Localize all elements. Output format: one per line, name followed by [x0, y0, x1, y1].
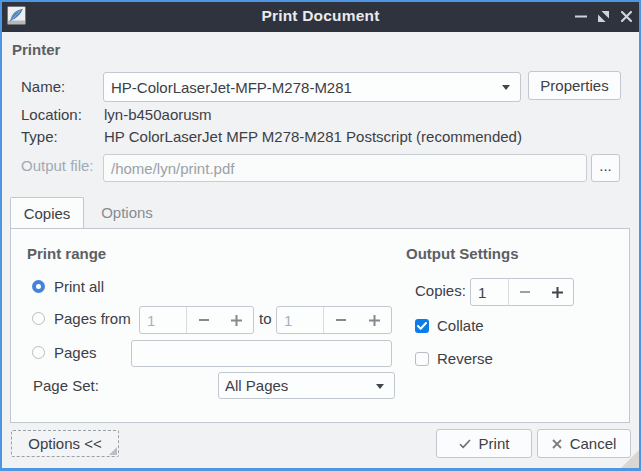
plus-icon: [369, 315, 380, 326]
pages-label[interactable]: Pages: [54, 344, 97, 361]
print-all-label[interactable]: Print all: [54, 278, 104, 295]
copies-tab-panel: Print range Print all Pages from 1 to 1 …: [10, 228, 630, 423]
copies-label: Copies:: [415, 282, 466, 299]
cross-icon: [552, 439, 562, 449]
printer-name-combobox[interactable]: HP-ColorLaserJet-MFP-M278-M281: [103, 72, 521, 102]
printer-type-value: HP ColorLaserJet MFP M278-M281 Postscrip…: [104, 128, 522, 145]
properties-button[interactable]: Properties: [528, 71, 621, 100]
plus-icon: [231, 315, 242, 326]
print-button[interactable]: Print: [436, 429, 532, 458]
menu-indicator-icon: [109, 447, 117, 455]
page-set-value: All Pages: [219, 373, 394, 398]
copies-spinbox: 1: [470, 278, 574, 306]
copies-decrement-button[interactable]: [509, 279, 541, 305]
check-icon: [459, 439, 471, 449]
pages-from-radio[interactable]: [32, 312, 45, 325]
output-settings-heading: Output Settings: [406, 245, 519, 262]
collate-label[interactable]: Collate: [437, 317, 484, 334]
printer-name-value: HP-ColorLaserJet-MFP-M278-M281: [104, 73, 520, 101]
close-button[interactable]: [615, 2, 638, 30]
tab-options[interactable]: Options: [84, 197, 170, 228]
minus-icon: [520, 291, 530, 293]
to-label: to: [259, 310, 272, 327]
print-range-heading: Print range: [27, 245, 106, 262]
reverse-label[interactable]: Reverse: [437, 350, 493, 367]
page-set-dropdown-icon: [376, 384, 384, 389]
page-set-combobox[interactable]: All Pages: [218, 372, 395, 399]
minimize-button[interactable]: [569, 2, 592, 30]
output-file-input[interactable]: /home/lyn/print.pdf: [103, 154, 587, 182]
dialog-body: Printer Name: HP-ColorLaserJet-MFP-M278-…: [2, 32, 639, 468]
pages-from-label[interactable]: Pages from: [54, 310, 131, 327]
tab-copies[interactable]: Copies: [10, 197, 84, 228]
copies-value[interactable]: 1: [471, 279, 509, 305]
printer-location-label: Location:: [21, 106, 82, 123]
pages-from-spinbox: 1: [139, 306, 254, 334]
resize-grip[interactable]: [621, 450, 639, 468]
minus-icon: [336, 319, 346, 321]
plus-icon: [552, 287, 563, 298]
window-title: Print Document: [2, 2, 639, 32]
output-file-value: /home/lyn/print.pdf: [104, 155, 586, 181]
output-file-label: Output file:: [21, 151, 94, 179]
pages-to-value[interactable]: 1: [277, 307, 324, 333]
maximize-button[interactable]: [592, 2, 615, 30]
printer-location-value: lyn-b450aorusm: [104, 106, 212, 123]
browse-button[interactable]: ...: [591, 154, 620, 182]
cancel-button[interactable]: Cancel: [537, 429, 631, 458]
printer-type-label: Type:: [21, 128, 58, 145]
pages-to-decrement-button[interactable]: [324, 307, 358, 333]
options-toggle-button[interactable]: Options <<: [11, 430, 119, 457]
print-dialog-window: Print Document Printer Name: HP-ColorLas…: [0, 0, 641, 471]
printer-section-heading: Printer: [12, 41, 60, 58]
printer-name-label: Name:: [21, 72, 65, 101]
print-all-radio[interactable]: [32, 280, 45, 293]
pages-from-increment-button[interactable]: [220, 307, 253, 333]
reverse-checkbox[interactable]: [415, 352, 429, 366]
copies-increment-button[interactable]: [541, 279, 573, 305]
minus-icon: [199, 319, 209, 321]
pages-to-spinbox: 1: [276, 306, 392, 334]
combobox-dropdown-icon: [502, 85, 510, 90]
pages-from-value[interactable]: 1: [140, 307, 187, 333]
page-set-label: Page Set:: [33, 377, 99, 394]
pages-to-increment-button[interactable]: [358, 307, 392, 333]
titlebar[interactable]: Print Document: [2, 2, 639, 32]
pages-input[interactable]: [131, 340, 392, 367]
collate-checkbox[interactable]: [415, 319, 429, 333]
pages-radio[interactable]: [32, 346, 45, 359]
pages-from-decrement-button[interactable]: [187, 307, 220, 333]
